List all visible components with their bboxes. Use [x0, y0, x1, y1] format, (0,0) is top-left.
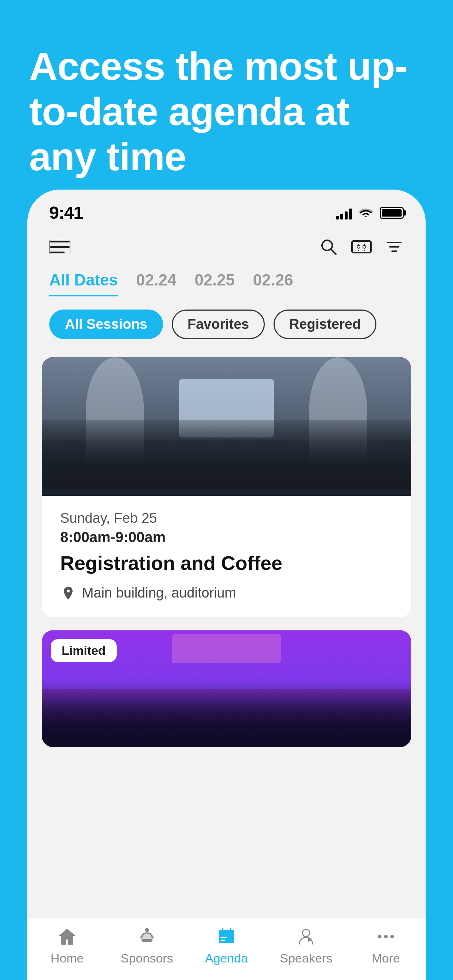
nav-agenda[interactable]: Agenda [199, 926, 254, 966]
more-label: More [372, 951, 400, 966]
filter-registered[interactable]: Registered [274, 310, 376, 339]
battery-icon [380, 207, 404, 219]
svg-point-6 [363, 245, 366, 248]
bottom-nav: Home Sponsors [27, 918, 426, 980]
filter-all-sessions[interactable]: All Sessions [49, 310, 163, 339]
svg-point-18 [378, 935, 381, 939]
location-pin-icon [60, 585, 76, 601]
crowd-fill [42, 420, 411, 488]
session-card-2[interactable]: Limited [42, 630, 411, 747]
home-icon-container [54, 926, 80, 948]
nav-speakers[interactable]: Speakers [279, 926, 333, 966]
session-date: Sunday, Feb 25 [60, 511, 393, 526]
speakers-label: Speakers [280, 951, 333, 966]
filter-favorites[interactable]: Favorites [172, 310, 265, 339]
filter-icon [385, 237, 404, 256]
status-time: 9:41 [49, 203, 83, 223]
hamburger-line-3 [50, 251, 65, 253]
search-button[interactable] [319, 237, 338, 256]
sponsors-icon-container [134, 926, 160, 948]
session-card-2-image: Limited [42, 630, 411, 747]
svg-point-19 [384, 935, 388, 939]
session-badge: Limited [51, 639, 117, 662]
session-filters: All Sessions Favorites Registered [27, 296, 426, 350]
conference-room-image [42, 357, 411, 496]
date-tab-0226[interactable]: 02.26 [253, 271, 293, 296]
svg-point-20 [390, 935, 394, 939]
filter-button[interactable] [385, 237, 404, 256]
session-location: Main building, auditorium [60, 585, 393, 601]
nav-sponsors[interactable]: Sponsors [120, 926, 174, 966]
session-card-1-image [42, 357, 411, 496]
agenda-icon [216, 926, 237, 947]
svg-point-17 [302, 929, 309, 937]
session-time: 8:00am-9:00am [60, 529, 393, 546]
more-icon-container [373, 926, 399, 948]
sponsors-label: Sponsors [121, 951, 173, 966]
hamburger-line-1 [50, 240, 70, 242]
sessions-list[interactable]: Sunday, Feb 25 8:00am-9:00am Registratio… [27, 350, 426, 918]
svg-line-1 [331, 249, 336, 254]
status-bar: 9:41 [27, 189, 426, 226]
phone-frame: 9:41 [27, 189, 426, 980]
ticket-button[interactable] [351, 237, 372, 256]
date-tab-0224[interactable]: 02.24 [136, 271, 176, 296]
session-location-text: Main building, auditorium [82, 585, 236, 601]
session-card-1-body: Sunday, Feb 25 8:00am-9:00am Registratio… [42, 496, 411, 617]
status-icons [336, 206, 404, 220]
svg-rect-11 [219, 930, 234, 943]
nav-home[interactable]: Home [40, 926, 94, 966]
svg-rect-12 [219, 932, 234, 935]
menu-button[interactable] [49, 240, 70, 254]
svg-point-5 [357, 245, 360, 248]
session-card-1[interactable]: Sunday, Feb 25 8:00am-9:00am Registratio… [42, 357, 411, 617]
home-icon [57, 926, 78, 947]
nav-more[interactable]: More [359, 926, 413, 966]
date-tab-0225[interactable]: 02.25 [195, 271, 234, 296]
agenda-icon-container [214, 926, 239, 948]
sponsors-icon [136, 926, 158, 947]
session-title: Registration and Coffee [60, 551, 393, 575]
hero-title: Access the most up-to-date agenda at any… [29, 44, 424, 180]
speakers-icon [295, 926, 317, 947]
home-label: Home [51, 951, 84, 966]
signal-icon [336, 206, 352, 220]
nav-right-icons [319, 237, 404, 256]
crowd-silhouette [42, 420, 411, 496]
svg-rect-2 [352, 241, 371, 253]
date-tabs: All Dates 02.24 02.25 02.26 [27, 264, 426, 296]
agenda-label: Agenda [205, 951, 248, 966]
ticket-icon [351, 237, 372, 256]
wifi-icon [358, 207, 374, 219]
search-icon [319, 237, 338, 256]
more-icon [375, 926, 396, 947]
top-nav [27, 226, 426, 264]
date-tab-all[interactable]: All Dates [49, 271, 118, 296]
hamburger-line-2 [50, 246, 70, 248]
speakers-icon-container [293, 926, 319, 948]
